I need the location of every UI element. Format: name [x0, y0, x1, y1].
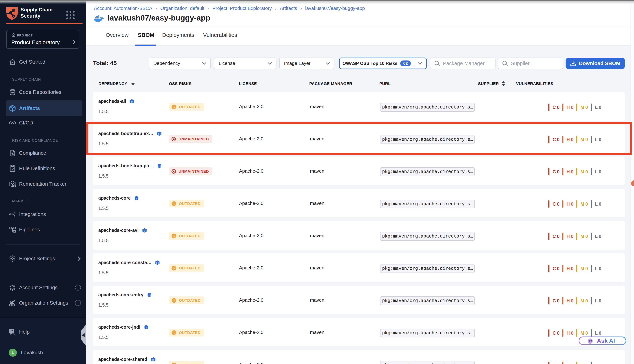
svg-text:?: ? [11, 329, 13, 333]
